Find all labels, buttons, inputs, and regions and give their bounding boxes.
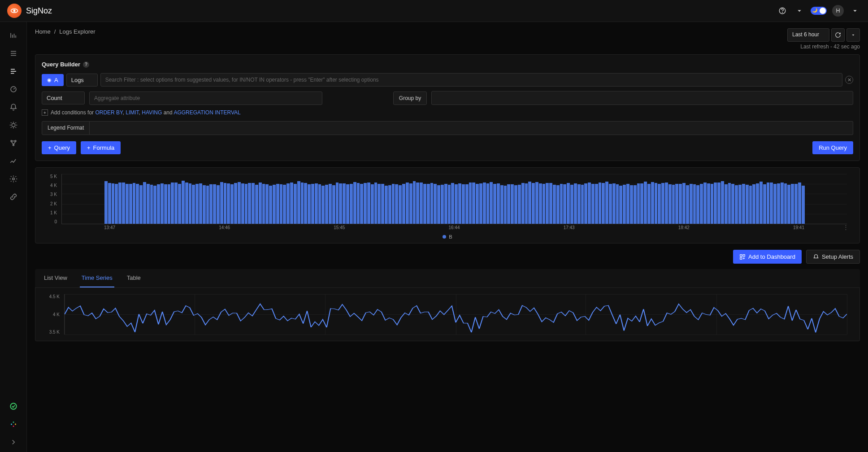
resize-handle-icon[interactable]: ⋮ [843, 224, 849, 230]
svg-point-7 [15, 140, 16, 142]
query-badge-a[interactable]: ◉ A [42, 74, 64, 86]
line-chart-panel: 4.5 K4 K3.5 K [35, 288, 860, 341]
conditions-row: + Add conditions for ORDER BY, LIMIT, HA… [42, 109, 853, 116]
plus-icon: + [87, 144, 91, 151]
moon-icon: 🌙 [812, 8, 817, 13]
breadcrumb-home[interactable]: Home [35, 28, 51, 35]
having-link[interactable]: HAVING [142, 109, 162, 116]
user-dropdown-icon[interactable] [849, 5, 861, 17]
group-by-input[interactable] [431, 91, 853, 105]
group-by-label: Group by [393, 91, 427, 105]
add-query-button[interactable]: +Query [42, 141, 76, 154]
bar-chart-panel: 5 K4 K3 K2 K1 K0 13:4714:4615:4516:4417:… [35, 167, 860, 243]
add-to-dashboard-button[interactable]: Add to Dashboard [733, 250, 802, 264]
logo-icon [7, 4, 22, 18]
main: Home / Logs Explorer Last 6 hour Las [27, 22, 868, 452]
legend-dot-icon [443, 235, 446, 239]
svg-rect-17 [740, 257, 742, 259]
sidebar-expand-icon[interactable] [4, 434, 22, 450]
breadcrumb-page: Logs Explorer [59, 28, 95, 35]
eye-icon: ◉ [47, 77, 52, 83]
legend-format-input[interactable] [90, 121, 853, 135]
svg-point-8 [13, 144, 14, 146]
svg-rect-13 [15, 424, 16, 425]
svg-rect-16 [743, 254, 745, 256]
orderby-link[interactable]: ORDER BY [95, 109, 122, 116]
topbar: SigNoz 🌙 H [0, 0, 868, 22]
query-builder-help-icon[interactable]: ? [83, 61, 89, 68]
svg-point-9 [12, 178, 14, 180]
sidebar-usage-icon[interactable] [4, 153, 22, 169]
bar-chart-y-axis: 5 K4 K3 K2 K1 K0 [43, 174, 60, 224]
expand-conditions-icon[interactable]: + [42, 109, 48, 116]
clear-query-icon[interactable]: ✕ [845, 76, 853, 84]
bar-chart-legend: B [43, 234, 851, 239]
brand-name: SigNoz [26, 6, 52, 16]
sidebar-logs-icon[interactable] [4, 63, 22, 79]
search-filter-input[interactable] [100, 73, 842, 87]
svg-rect-12 [13, 422, 14, 423]
legend-format-label: Legend Format [42, 121, 90, 135]
run-query-button[interactable]: Run Query [812, 141, 853, 154]
svg-rect-15 [740, 254, 742, 256]
tab-table[interactable]: Table [125, 269, 143, 287]
help-dropdown-icon[interactable] [794, 5, 805, 17]
refresh-button[interactable] [831, 28, 845, 42]
sidebar-status-icon[interactable] [4, 398, 22, 414]
theme-toggle[interactable]: 🌙 [811, 7, 827, 15]
help-icon[interactable] [777, 5, 788, 17]
sidebar-exceptions-icon[interactable] [4, 117, 22, 133]
time-range-select[interactable]: Last 6 hour [787, 28, 829, 42]
svg-point-5 [12, 123, 15, 127]
sidebar [0, 22, 27, 452]
line-chart-plot[interactable] [64, 294, 847, 335]
avatar[interactable]: H [832, 5, 844, 17]
breadcrumb: Home / Logs Explorer [35, 28, 95, 35]
tab-list-view[interactable]: List View [42, 269, 69, 287]
result-tabs: List View Time Series Table [35, 269, 860, 288]
svg-point-1 [13, 10, 16, 12]
refresh-interval-dropdown[interactable] [846, 28, 860, 42]
bar-chart-plot[interactable] [61, 174, 847, 224]
sidebar-list-icon[interactable] [4, 45, 22, 61]
brand: SigNoz [7, 4, 52, 18]
svg-point-3 [782, 12, 783, 13]
plus-icon: + [48, 144, 52, 151]
bar-chart-x-axis: 13:4714:4615:4516:4417:4318:4219:41 [61, 225, 847, 232]
last-refresh-text: Last refresh - 42 sec ago [800, 43, 860, 50]
aggint-link[interactable]: AGGREGATION INTERVAL [174, 109, 240, 116]
sidebar-alerts-icon[interactable] [4, 99, 22, 115]
sidebar-slack-icon[interactable] [4, 416, 22, 432]
sidebar-dashboard-icon[interactable] [4, 81, 22, 97]
sidebar-servicemap-icon[interactable] [4, 135, 22, 151]
query-builder-panel: Query Builder ? ◉ A Logs ✕ Count [35, 54, 860, 161]
limit-link[interactable]: LIMIT [126, 109, 139, 116]
sidebar-api-icon[interactable] [4, 189, 22, 205]
svg-point-6 [11, 140, 12, 142]
breadcrumb-sep: / [54, 28, 56, 35]
agg-attribute-input[interactable] [89, 91, 322, 105]
source-select[interactable]: Logs [66, 74, 98, 87]
sidebar-metrics-icon[interactable] [4, 27, 22, 43]
add-formula-button[interactable]: +Formula [81, 141, 121, 154]
setup-alerts-button[interactable]: Setup Alerts [806, 250, 860, 264]
tab-time-series[interactable]: Time Series [80, 269, 114, 287]
line-chart-y-axis: 4.5 K4 K3.5 K [43, 294, 62, 335]
agg-function-select[interactable]: Count [42, 91, 85, 104]
sidebar-settings-icon[interactable] [4, 171, 22, 187]
svg-rect-11 [11, 424, 12, 425]
svg-rect-14 [13, 426, 14, 427]
query-builder-title: Query Builder ? [42, 61, 853, 68]
